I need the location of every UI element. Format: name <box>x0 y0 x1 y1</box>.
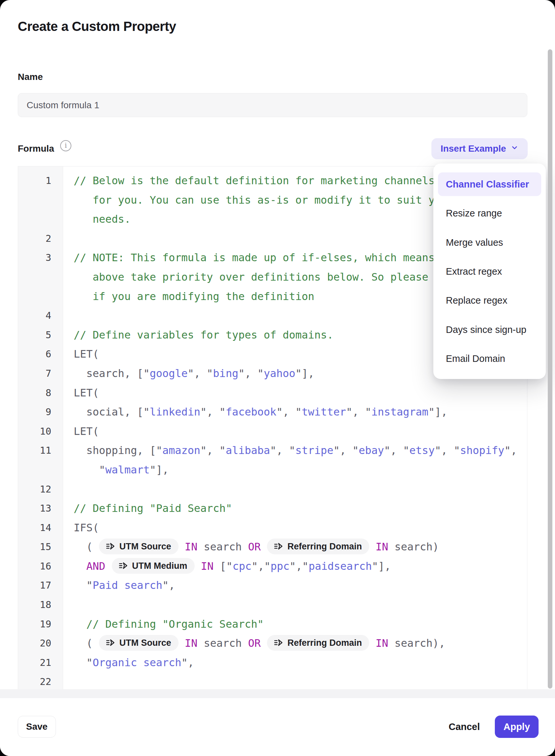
code-line[interactable]: 19 // Defining "Organic Search" <box>18 614 527 634</box>
code-text: for you. You can use this as-is or modif… <box>63 191 454 210</box>
token-chip-label: UTM Source <box>119 635 171 651</box>
code-text: if you are modifying the definition <box>63 287 314 306</box>
page-title: Create a Custom Property <box>18 19 176 34</box>
insert-example-menu: Channel ClassifierResize rangeMerge valu… <box>433 163 546 379</box>
line-number: 14 <box>18 518 63 538</box>
line-number: 1 <box>18 171 63 191</box>
save-button[interactable]: Save <box>18 716 56 738</box>
apply-button[interactable]: Apply <box>495 716 539 738</box>
formula-label: Formula <box>18 144 54 154</box>
menu-item-merge-values[interactable]: Merge values <box>438 231 541 254</box>
code-line[interactable]: 11 shopping, ["amazon", "alibaba", "stri… <box>18 441 527 460</box>
code-text: ( UTM Source IN search OR Referring Doma… <box>63 537 439 557</box>
code-text: needs. <box>63 209 131 229</box>
code-text <box>63 595 74 614</box>
code-text: search, ["google", "bing", "yahoo"], <box>63 364 314 383</box>
code-text: "walmart"], <box>63 460 169 480</box>
code-text: // Below is the default definition for m… <box>63 171 435 191</box>
code-text: above take priority over definitions bel… <box>63 268 460 287</box>
name-input[interactable] <box>18 93 527 117</box>
property-token-icon <box>105 542 116 551</box>
code-text: // Define variables for types of domains… <box>63 325 333 345</box>
line-number <box>18 460 63 480</box>
code-line[interactable]: 10LET( <box>18 422 527 441</box>
name-label: Name <box>18 72 43 82</box>
property-token-icon <box>105 638 116 648</box>
menu-item-replace-regex[interactable]: Replace regex <box>438 288 541 312</box>
line-number: 16 <box>18 557 63 576</box>
code-text: // Defining "Paid Search" <box>63 499 232 518</box>
line-number: 9 <box>18 402 63 422</box>
code-line[interactable]: 20 ( UTM Source IN search OR Referring D… <box>18 634 527 653</box>
code-text: "Organic search", <box>63 653 194 672</box>
property-token-icon <box>118 561 128 571</box>
line-number <box>18 287 63 306</box>
insert-example-button[interactable]: Insert Example <box>431 138 528 159</box>
code-line[interactable]: 17 "Paid search", <box>18 576 527 595</box>
code-line[interactable]: 16 AND UTM Medium IN ["cpc","ppc","paids… <box>18 557 527 576</box>
code-text: LET( <box>63 422 99 441</box>
line-number: 6 <box>18 345 63 364</box>
editor-bottom-strip <box>0 689 555 699</box>
code-text: // NOTE: This formula is made up of if-e… <box>63 248 435 268</box>
insert-example-label: Insert Example <box>440 144 506 154</box>
line-number: 20 <box>18 634 63 653</box>
token-chip-label: UTM Medium <box>132 558 187 574</box>
code-text: "Paid search", <box>63 576 175 595</box>
code-line[interactable]: 8LET( <box>18 383 527 403</box>
screen: Create a Custom Property Name Formula i … <box>0 0 555 756</box>
code-line[interactable]: 14IFS( <box>18 518 527 538</box>
code-text: social, ["linkedin", "facebook", "twitte… <box>63 402 447 422</box>
token-chip-label: Referring Domain <box>287 539 362 554</box>
line-number: 8 <box>18 383 63 403</box>
line-number: 18 <box>18 595 63 614</box>
code-line[interactable]: 22 <box>18 672 527 689</box>
line-number: 4 <box>18 306 63 325</box>
code-line[interactable]: 18 <box>18 595 527 614</box>
token-chip-utm-source[interactable]: UTM Source <box>99 539 178 554</box>
token-chip-referring-domain[interactable]: Referring Domain <box>267 635 369 651</box>
code-text: // Defining "Organic Search" <box>63 614 264 634</box>
chevron-down-icon <box>511 144 518 154</box>
line-number: 19 <box>18 614 63 634</box>
token-chip-referring-domain[interactable]: Referring Domain <box>267 539 369 554</box>
vertical-scrollbar-thumb[interactable] <box>548 49 552 688</box>
line-number <box>18 209 63 229</box>
code-text: IFS( <box>63 518 99 538</box>
line-number: 21 <box>18 653 63 672</box>
code-text: ( UTM Source IN search OR Referring Doma… <box>63 634 445 653</box>
token-chip-utm-source[interactable]: UTM Source <box>99 635 178 651</box>
line-number: 22 <box>18 672 63 689</box>
info-icon[interactable]: i <box>60 140 71 151</box>
code-text: shopping, ["amazon", "alibaba", "stripe"… <box>63 441 517 460</box>
code-line[interactable]: 13// Defining "Paid Search" <box>18 499 527 518</box>
property-token-icon <box>273 542 284 551</box>
code-text <box>63 672 74 689</box>
code-text <box>63 306 74 325</box>
token-chip-label: UTM Source <box>119 539 171 554</box>
code-line[interactable]: 12 <box>18 480 527 499</box>
line-number: 3 <box>18 248 63 268</box>
token-chip-utm-medium[interactable]: UTM Medium <box>112 558 195 574</box>
line-number: 11 <box>18 441 63 460</box>
code-text: LET( <box>63 345 99 364</box>
menu-item-resize-range[interactable]: Resize range <box>438 201 541 225</box>
menu-item-days-since-sign-up[interactable]: Days since sign-up <box>438 318 541 342</box>
menu-item-email-domain[interactable]: Email Domain <box>438 347 541 370</box>
token-chip-label: Referring Domain <box>287 635 362 651</box>
cancel-button[interactable]: Cancel <box>444 716 484 738</box>
code-text: LET( <box>63 383 99 403</box>
line-number <box>18 191 63 210</box>
line-number: 13 <box>18 499 63 518</box>
line-number: 10 <box>18 422 63 441</box>
line-number <box>18 268 63 287</box>
menu-item-extract-regex[interactable]: Extract regex <box>438 260 541 283</box>
code-line[interactable]: "walmart"], <box>18 460 527 480</box>
code-text: AND UTM Medium IN ["cpc","ppc","paidsear… <box>63 557 391 576</box>
code-line[interactable]: 21 "Organic search", <box>18 653 527 672</box>
code-text <box>63 229 74 248</box>
menu-item-channel-classifier[interactable]: Channel Classifier <box>438 172 541 196</box>
code-line[interactable]: 15 ( UTM Source IN search OR Referring D… <box>18 537 527 557</box>
code-line[interactable]: 9 social, ["linkedin", "facebook", "twit… <box>18 402 527 422</box>
code-text <box>63 480 74 499</box>
